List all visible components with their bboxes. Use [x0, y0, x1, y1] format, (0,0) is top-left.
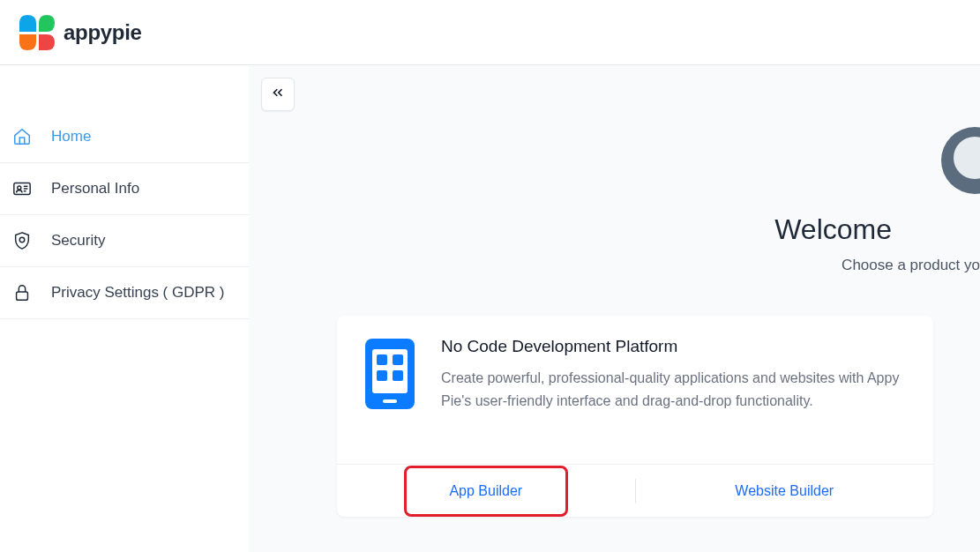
product-card-footer: App Builder Website Builder: [337, 464, 933, 517]
header: appypie: [0, 0, 980, 65]
svg-rect-12: [393, 370, 403, 381]
sidebar-item-label: Privacy Settings ( GDPR ): [51, 284, 225, 302]
welcome-title: Welcome: [627, 213, 980, 246]
svg-point-5: [19, 237, 25, 242]
brand-name: appypie: [64, 20, 142, 45]
button-label: App Builder: [449, 483, 522, 499]
sidebar-item-security[interactable]: Security: [0, 215, 249, 267]
product-card-body: No Code Development Platform Create powe…: [337, 316, 933, 464]
home-icon: [12, 127, 32, 146]
sidebar-item-privacy[interactable]: Privacy Settings ( GDPR ): [0, 267, 249, 319]
content-area: Welcome Choose a product yo: [249, 65, 980, 552]
website-builder-button[interactable]: Website Builder: [636, 465, 934, 517]
sidebar-item-label: Home: [51, 128, 91, 145]
main: Home Personal Info: [0, 65, 980, 552]
chevrons-left-icon: [270, 85, 286, 104]
sidebar: Home Personal Info: [0, 65, 249, 552]
product-card-title: No Code Development Platform: [441, 337, 909, 356]
sidebar-item-label: Security: [51, 232, 105, 250]
sidebar-item-personal-info[interactable]: Personal Info: [0, 163, 249, 215]
app-builder-button[interactable]: App Builder: [337, 465, 635, 517]
brand-logo-icon: [16, 11, 58, 54]
svg-rect-11: [377, 370, 387, 381]
product-card: No Code Development Platform Create powe…: [337, 316, 933, 517]
sidebar-item-label: Personal Info: [51, 180, 139, 198]
svg-rect-6: [17, 292, 28, 300]
button-label: Website Builder: [735, 483, 834, 499]
shield-icon: [12, 231, 32, 250]
product-card-description: Create powerful, professional-quality ap…: [441, 367, 909, 414]
lock-icon: [12, 283, 32, 302]
svg-rect-10: [393, 354, 403, 365]
svg-rect-13: [383, 399, 397, 403]
welcome-subtitle: Choose a product yo: [627, 257, 980, 274]
sidebar-collapse-button[interactable]: [261, 78, 295, 111]
avatar[interactable]: [941, 127, 980, 194]
id-card-icon: [12, 179, 32, 198]
sidebar-item-home[interactable]: Home: [0, 111, 249, 163]
svg-rect-9: [377, 354, 387, 365]
brand-logo[interactable]: appypie: [16, 11, 142, 54]
svg-point-1: [18, 186, 21, 190]
welcome-block: Welcome Choose a product yo: [627, 213, 980, 274]
mobile-app-icon: [363, 337, 416, 414]
avatar-placeholder-icon: [954, 137, 980, 179]
product-card-text: No Code Development Platform Create powe…: [441, 337, 909, 414]
